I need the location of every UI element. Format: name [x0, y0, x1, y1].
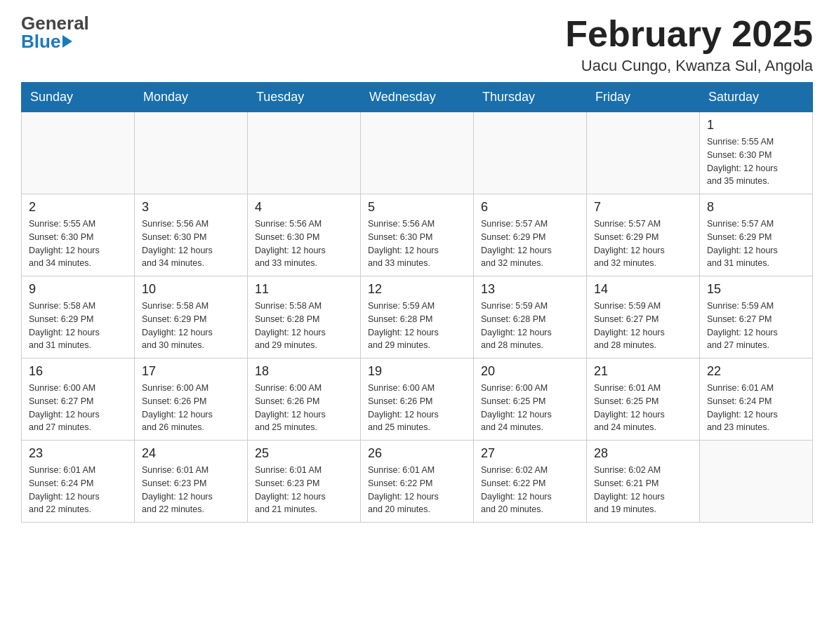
week-row-3: 9Sunrise: 5:58 AM Sunset: 6:29 PM Daylig…	[22, 276, 813, 358]
day-number: 6	[481, 200, 579, 215]
day-cell: 13Sunrise: 5:59 AM Sunset: 6:28 PM Dayli…	[474, 276, 587, 358]
day-info: Sunrise: 6:01 AM Sunset: 6:23 PM Dayligh…	[142, 464, 240, 516]
day-cell: 25Sunrise: 6:01 AM Sunset: 6:23 PM Dayli…	[248, 441, 361, 523]
calendar-subtitle: Uacu Cungo, Kwanza Sul, Angola	[565, 57, 813, 75]
day-cell	[361, 112, 474, 194]
day-number: 11	[255, 282, 353, 297]
title-block: February 2025 Uacu Cungo, Kwanza Sul, An…	[565, 14, 813, 75]
day-info: Sunrise: 6:00 AM Sunset: 6:26 PM Dayligh…	[255, 382, 353, 434]
day-number: 19	[368, 364, 466, 379]
day-number: 17	[142, 364, 240, 379]
day-number: 10	[142, 282, 240, 297]
weekday-header-monday: Monday	[135, 83, 248, 112]
day-number: 26	[368, 446, 466, 461]
day-cell: 24Sunrise: 6:01 AM Sunset: 6:23 PM Dayli…	[135, 441, 248, 523]
day-info: Sunrise: 5:58 AM Sunset: 6:28 PM Dayligh…	[255, 300, 353, 352]
day-cell	[700, 441, 813, 523]
weekday-header-sunday: Sunday	[22, 83, 135, 112]
day-info: Sunrise: 5:58 AM Sunset: 6:29 PM Dayligh…	[142, 300, 240, 352]
logo-general: General	[21, 14, 89, 32]
day-number: 16	[29, 364, 127, 379]
day-cell: 11Sunrise: 5:58 AM Sunset: 6:28 PM Dayli…	[248, 276, 361, 358]
day-info: Sunrise: 6:00 AM Sunset: 6:26 PM Dayligh…	[368, 382, 466, 434]
day-cell: 17Sunrise: 6:00 AM Sunset: 6:26 PM Dayli…	[135, 358, 248, 441]
day-cell: 12Sunrise: 5:59 AM Sunset: 6:28 PM Dayli…	[361, 276, 474, 358]
day-cell: 4Sunrise: 5:56 AM Sunset: 6:30 PM Daylig…	[248, 194, 361, 276]
day-info: Sunrise: 5:56 AM Sunset: 6:30 PM Dayligh…	[142, 217, 240, 270]
weekday-header-friday: Friday	[587, 83, 700, 112]
day-cell: 19Sunrise: 6:00 AM Sunset: 6:26 PM Dayli…	[361, 358, 474, 441]
day-cell	[587, 112, 700, 194]
day-info: Sunrise: 5:57 AM Sunset: 6:29 PM Dayligh…	[707, 217, 805, 270]
calendar-table: SundayMondayTuesdayWednesdayThursdayFrid…	[21, 82, 813, 523]
day-number: 8	[707, 200, 805, 215]
day-info: Sunrise: 5:57 AM Sunset: 6:29 PM Dayligh…	[481, 217, 579, 270]
day-number: 2	[29, 200, 127, 215]
day-info: Sunrise: 6:01 AM Sunset: 6:25 PM Dayligh…	[594, 382, 692, 434]
day-number: 23	[29, 446, 127, 461]
day-info: Sunrise: 6:00 AM Sunset: 6:25 PM Dayligh…	[481, 382, 579, 434]
day-info: Sunrise: 6:01 AM Sunset: 6:24 PM Dayligh…	[29, 464, 127, 516]
day-cell: 14Sunrise: 5:59 AM Sunset: 6:27 PM Dayli…	[587, 276, 700, 358]
day-cell	[135, 112, 248, 194]
day-info: Sunrise: 6:02 AM Sunset: 6:21 PM Dayligh…	[594, 464, 692, 516]
day-number: 18	[255, 364, 353, 379]
day-cell: 27Sunrise: 6:02 AM Sunset: 6:22 PM Dayli…	[474, 441, 587, 523]
day-info: Sunrise: 5:56 AM Sunset: 6:30 PM Dayligh…	[255, 217, 353, 270]
day-number: 1	[707, 118, 805, 133]
day-number: 14	[594, 282, 692, 297]
day-number: 13	[481, 282, 579, 297]
day-number: 24	[142, 446, 240, 461]
day-number: 21	[594, 364, 692, 379]
weekday-header-thursday: Thursday	[474, 83, 587, 112]
day-cell: 3Sunrise: 5:56 AM Sunset: 6:30 PM Daylig…	[135, 194, 248, 276]
day-cell: 2Sunrise: 5:55 AM Sunset: 6:30 PM Daylig…	[22, 194, 135, 276]
day-cell	[474, 112, 587, 194]
weekday-header-wednesday: Wednesday	[361, 83, 474, 112]
day-info: Sunrise: 6:00 AM Sunset: 6:26 PM Dayligh…	[142, 382, 240, 434]
day-number: 5	[368, 200, 466, 215]
logo-arrow-icon	[62, 35, 72, 48]
day-info: Sunrise: 5:57 AM Sunset: 6:29 PM Dayligh…	[594, 217, 692, 270]
day-cell	[248, 112, 361, 194]
week-row-1: 1Sunrise: 5:55 AM Sunset: 6:30 PM Daylig…	[22, 112, 813, 194]
day-cell: 15Sunrise: 5:59 AM Sunset: 6:27 PM Dayli…	[700, 276, 813, 358]
day-info: Sunrise: 5:59 AM Sunset: 6:28 PM Dayligh…	[368, 300, 466, 352]
day-number: 27	[481, 446, 579, 461]
day-cell: 5Sunrise: 5:56 AM Sunset: 6:30 PM Daylig…	[361, 194, 474, 276]
day-info: Sunrise: 5:59 AM Sunset: 6:28 PM Dayligh…	[481, 300, 579, 352]
day-cell: 21Sunrise: 6:01 AM Sunset: 6:25 PM Dayli…	[587, 358, 700, 441]
day-cell: 22Sunrise: 6:01 AM Sunset: 6:24 PM Dayli…	[700, 358, 813, 441]
day-number: 25	[255, 446, 353, 461]
day-info: Sunrise: 6:01 AM Sunset: 6:22 PM Dayligh…	[368, 464, 466, 516]
day-cell: 10Sunrise: 5:58 AM Sunset: 6:29 PM Dayli…	[135, 276, 248, 358]
day-info: Sunrise: 6:02 AM Sunset: 6:22 PM Dayligh…	[481, 464, 579, 516]
week-row-5: 23Sunrise: 6:01 AM Sunset: 6:24 PM Dayli…	[22, 441, 813, 523]
day-cell: 28Sunrise: 6:02 AM Sunset: 6:21 PM Dayli…	[587, 441, 700, 523]
day-info: Sunrise: 5:56 AM Sunset: 6:30 PM Dayligh…	[368, 217, 466, 270]
day-number: 22	[707, 364, 805, 379]
day-cell: 16Sunrise: 6:00 AM Sunset: 6:27 PM Dayli…	[22, 358, 135, 441]
day-cell: 7Sunrise: 5:57 AM Sunset: 6:29 PM Daylig…	[587, 194, 700, 276]
day-info: Sunrise: 5:58 AM Sunset: 6:29 PM Dayligh…	[29, 300, 127, 352]
day-number: 20	[481, 364, 579, 379]
weekday-header-saturday: Saturday	[700, 83, 813, 112]
day-cell: 26Sunrise: 6:01 AM Sunset: 6:22 PM Dayli…	[361, 441, 474, 523]
logo: General Blue	[21, 14, 89, 51]
day-cell: 20Sunrise: 6:00 AM Sunset: 6:25 PM Dayli…	[474, 358, 587, 441]
day-info: Sunrise: 5:59 AM Sunset: 6:27 PM Dayligh…	[707, 300, 805, 352]
day-number: 7	[594, 200, 692, 215]
calendar-title: February 2025	[565, 14, 813, 54]
day-number: 9	[29, 282, 127, 297]
weekday-header-tuesday: Tuesday	[248, 83, 361, 112]
day-cell: 9Sunrise: 5:58 AM Sunset: 6:29 PM Daylig…	[22, 276, 135, 358]
day-cell: 18Sunrise: 6:00 AM Sunset: 6:26 PM Dayli…	[248, 358, 361, 441]
day-number: 28	[594, 446, 692, 461]
day-info: Sunrise: 5:55 AM Sunset: 6:30 PM Dayligh…	[29, 217, 127, 270]
page-header: General Blue February 2025 Uacu Cungo, K…	[21, 14, 813, 75]
logo-blue: Blue	[21, 32, 89, 51]
day-info: Sunrise: 6:01 AM Sunset: 6:23 PM Dayligh…	[255, 464, 353, 516]
day-cell: 6Sunrise: 5:57 AM Sunset: 6:29 PM Daylig…	[474, 194, 587, 276]
day-cell	[22, 112, 135, 194]
day-number: 4	[255, 200, 353, 215]
